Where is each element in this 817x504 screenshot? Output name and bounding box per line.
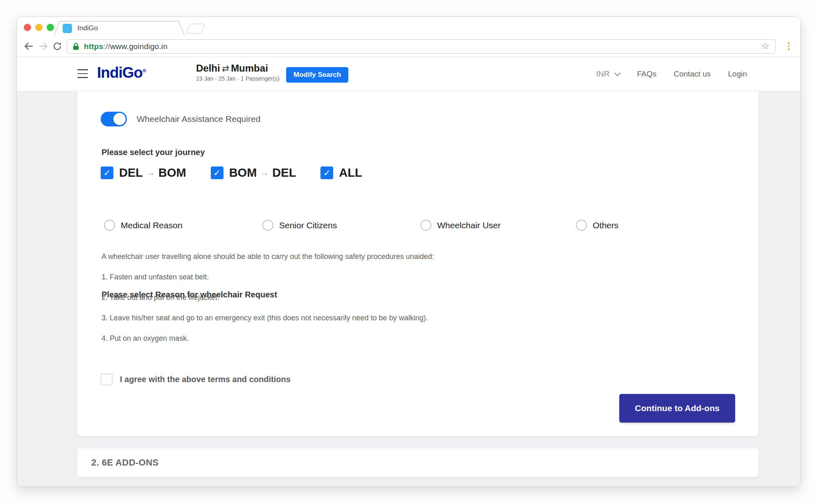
tab-title: IndiGo	[77, 24, 98, 32]
back-button[interactable]	[23, 40, 35, 52]
top-navigation: INR FAQs Contact us Login	[596, 57, 747, 91]
journey-all: ALL	[339, 166, 362, 180]
journey-options-row: ✓ DEL→BOM ✓ BOM→DEL ✓ ALL	[101, 166, 362, 180]
url-text: https://www.goindigo.in	[84, 42, 167, 51]
browser-menu-button[interactable]	[785, 41, 792, 52]
journey-from: DEL	[119, 166, 143, 180]
journey-option-label: BOM→DEL	[229, 166, 296, 180]
journey-option-del-bom[interactable]: ✓ DEL→BOM	[101, 166, 186, 180]
logo-text: IndiGo	[97, 64, 142, 81]
currency-dropdown[interactable]: INR	[596, 70, 620, 79]
browser-tab[interactable]: IndiGo	[54, 21, 185, 36]
new-tab-button[interactable]	[186, 24, 205, 34]
addons-section-title: 2. 6E ADD-ONS	[91, 457, 159, 468]
forward-icon	[38, 41, 49, 52]
hamburger-bar	[77, 69, 88, 70]
nav-faqs-link[interactable]: FAQs	[637, 70, 657, 79]
reason-option-label: Wheelchair User	[437, 220, 501, 230]
currency-label: INR	[596, 70, 609, 79]
window-zoom-button[interactable]	[47, 24, 54, 31]
wheelchair-assistance-card: Wheelchair Assistance Required Please se…	[77, 91, 758, 436]
journey-to: BOM	[158, 166, 186, 180]
url-host: www.goindigo.in	[110, 42, 167, 51]
checkbox-checked-icon[interactable]: ✓	[101, 166, 113, 179]
hamburger-bar	[77, 77, 88, 78]
safety-item-1: 1. Fasten and unfasten seat belt.	[102, 273, 209, 281]
kebab-dot	[788, 48, 790, 50]
agree-terms-row[interactable]: I agree with the above terms and conditi…	[101, 374, 291, 385]
wheelchair-toggle-row: Wheelchair Assistance Required	[101, 112, 260, 126]
route-details: 23 Jan - 25 Jan · 1 Passenger(s)	[196, 75, 280, 82]
lock-icon[interactable]	[73, 43, 79, 50]
hamburger-menu-button[interactable]	[77, 69, 88, 78]
route-to: Mumbai	[231, 63, 268, 74]
radio-unselected-icon[interactable]	[420, 220, 431, 231]
kebab-dot	[788, 42, 790, 44]
arrow-right-icon: →	[147, 168, 155, 178]
browser-window: IndiGo	[16, 16, 801, 487]
reason-option-label: Senior Citizens	[279, 220, 337, 230]
tab-favicon-icon	[63, 24, 72, 33]
indigo-logo[interactable]: IndiGo®	[97, 64, 146, 81]
reason-option-others[interactable]: Others	[576, 220, 618, 231]
page-content: Wheelchair Assistance Required Please se…	[17, 91, 800, 486]
checkbox-checked-icon[interactable]: ✓	[320, 166, 333, 179]
refresh-icon	[52, 41, 62, 51]
journey-heading: Please select your journey	[102, 148, 205, 157]
hamburger-bar	[77, 73, 88, 74]
safety-intro-text: A wheelchair user travelling alone shoul…	[102, 252, 434, 261]
safety-item-4: 4. Put on an oxygen mask.	[102, 334, 189, 343]
window-minimize-button[interactable]	[35, 24, 43, 31]
reason-option-wheelchair-user[interactable]: Wheelchair User	[420, 220, 501, 231]
journey-option-label: DEL→BOM	[119, 166, 186, 180]
window-controls	[24, 24, 54, 31]
back-icon	[23, 41, 34, 52]
reason-option-label: Others	[593, 220, 618, 230]
journey-from: BOM	[229, 166, 257, 180]
reason-option-label: Medical Reason	[121, 220, 183, 230]
agree-checkbox-unchecked[interactable]	[101, 374, 113, 385]
screenshot-root: IndiGo	[0, 0, 817, 504]
journey-option-all[interactable]: ✓ ALL	[320, 166, 362, 180]
forward-button[interactable]	[37, 40, 50, 52]
chevron-down-icon	[614, 70, 621, 76]
swap-route-icon: ⇄	[220, 63, 231, 74]
radio-unselected-icon[interactable]	[104, 220, 115, 231]
safety-item-2: 2. Take out and put on the lifejacket.	[102, 293, 219, 302]
wheelchair-toggle[interactable]	[101, 112, 127, 126]
reason-options-row: Medical Reason Senior Citizens Wheelchai…	[101, 220, 735, 232]
url-scheme: https	[84, 42, 103, 51]
nav-login-link[interactable]: Login	[728, 70, 747, 79]
addons-section-header[interactable]: 2. 6E ADD-ONS	[77, 448, 758, 477]
bookmark-star-icon[interactable]: ☆	[761, 40, 770, 52]
registered-mark: ®	[142, 68, 146, 74]
wheelchair-toggle-label: Wheelchair Assistance Required	[137, 114, 260, 124]
route-from: Delhi	[196, 63, 220, 74]
reason-option-senior[interactable]: Senior Citizens	[262, 220, 337, 231]
browser-toolbar: https://www.goindigo.in ☆	[17, 36, 800, 57]
modify-search-button[interactable]: Modify Search	[286, 67, 348, 83]
reason-option-medical[interactable]: Medical Reason	[104, 220, 183, 231]
browser-tab-strip: IndiGo	[17, 17, 800, 36]
journey-to: DEL	[272, 166, 296, 180]
kebab-dot	[788, 45, 790, 47]
checkbox-checked-icon[interactable]: ✓	[211, 166, 223, 179]
route-title: Delhi⇄Mumbai	[196, 63, 280, 74]
toggle-knob	[113, 113, 126, 125]
safety-item-3: 3. Leave his/her seat and go to an emerg…	[102, 314, 428, 322]
url-separator: ://	[103, 42, 110, 51]
nav-contact-us-link[interactable]: Contact us	[674, 70, 711, 79]
agree-terms-label: I agree with the above terms and conditi…	[120, 375, 291, 384]
radio-unselected-icon[interactable]	[576, 220, 587, 231]
window-close-button[interactable]	[24, 24, 31, 31]
radio-unselected-icon[interactable]	[262, 220, 273, 231]
arrow-right-icon: →	[260, 168, 269, 178]
journey-option-bom-del[interactable]: ✓ BOM→DEL	[211, 166, 296, 180]
continue-to-addons-button[interactable]: Continue to Add-ons	[619, 394, 735, 423]
site-header: IndiGo® Delhi⇄Mumbai 23 Jan - 25 Jan · 1…	[17, 57, 800, 91]
refresh-button[interactable]	[51, 40, 63, 52]
address-bar[interactable]: https://www.goindigo.in ☆	[67, 39, 776, 54]
route-summary: Delhi⇄Mumbai 23 Jan - 25 Jan · 1 Passeng…	[196, 63, 280, 82]
journey-option-label: ALL	[339, 166, 362, 180]
